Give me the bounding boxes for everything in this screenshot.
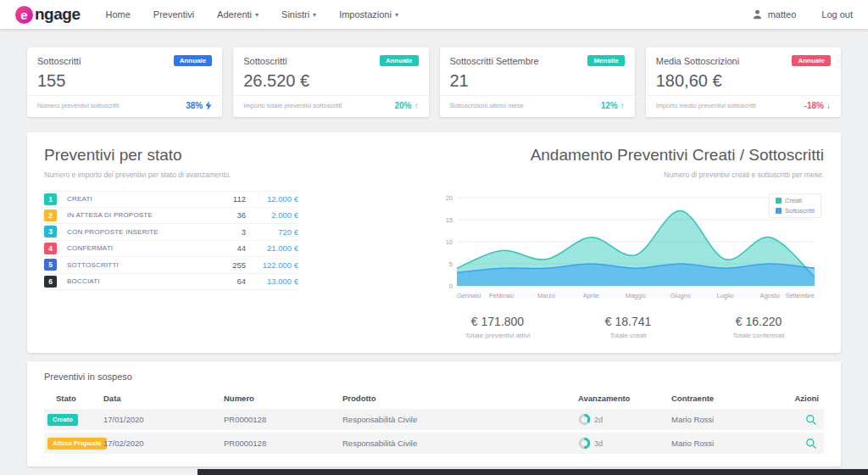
status-count: 255 (214, 260, 246, 270)
chevron-down-icon: ▾ (255, 11, 259, 19)
trend-panel-title: Andamento Preventivi Creati / Sottoscrit… (432, 146, 824, 165)
period-badge: Annuale (792, 55, 831, 66)
column-header-contraente: Contraente (671, 394, 792, 403)
table-row[interactable]: Creato 17/01/2020 PR0000128 Responsabili… (44, 409, 824, 430)
progress-label: 2d (594, 416, 603, 424)
nav-right: matteo Log out (752, 8, 853, 20)
status-panel-subtitle: Numero e importo dei preventivi per stat… (44, 170, 410, 179)
status-amount: 21.000 € (246, 243, 298, 253)
total-creati: € 18.741 Totale creati (563, 315, 693, 339)
status-badge: Creato (47, 414, 78, 426)
status-label: CON PROPOSTE INSERITE (67, 228, 214, 236)
cell-contraente: Mario Rossi (671, 439, 792, 448)
svg-text:Luglio: Luglio (716, 292, 733, 299)
search-icon (805, 438, 817, 450)
total-label: Totale creati (563, 332, 693, 339)
user-icon (752, 8, 763, 20)
column-header-avanzamento: Avanzamento (578, 394, 671, 403)
nav-item-impostazioni[interactable]: Impostazioni▾ (339, 9, 398, 20)
nav-item-sinistri[interactable]: Sinistri▾ (281, 9, 316, 20)
search-icon (805, 414, 817, 426)
nav-label: Sinistri (281, 9, 309, 20)
table-row[interactable]: Attesa Proposte 17/02/2020 PR0000128 Res… (44, 433, 824, 454)
trend-totals: € 171.800 Totale preventivi attivi € 18.… (432, 315, 824, 339)
status-label: BOCCIATI (67, 277, 214, 285)
total-preventivi-attivi: € 171.800 Totale preventivi attivi (432, 315, 563, 339)
stat-card-value: 26.520 € (243, 71, 418, 91)
main-nav: Home Preventivi Aderenti▾ Sinistri▾ Impo… (105, 9, 751, 20)
status-amount: 13.000 € (246, 277, 298, 286)
column-header-prodotto: Prodotto (342, 394, 578, 403)
delta-value: -18% (804, 101, 824, 110)
stat-card-value: 21 (450, 71, 625, 91)
status-badge: 1 (44, 193, 57, 205)
status-row-creati: 1 CREATI 112 12.000 € (44, 191, 298, 208)
cell-progress: 2d (578, 413, 671, 426)
nav-label: Preventivi (153, 9, 194, 20)
cell-actions (805, 438, 824, 450)
total-confermati: € 16.220 Totale confermati (693, 315, 824, 339)
svg-text:Aprile: Aprile (583, 292, 599, 299)
stat-card-title: Sottoscritti (37, 56, 81, 66)
legend-label: Sottoscritti (785, 207, 815, 215)
pending-panel: Preventivi in sospeso Stato Data Numero … (27, 361, 841, 467)
stat-card-subtitle: Importo medio preventivi sottoscritti (656, 102, 756, 109)
svg-text:Settembre: Settembre (785, 292, 815, 299)
nav-item-home[interactable]: Home (105, 9, 130, 20)
logout-link[interactable]: Log out (821, 9, 853, 20)
svg-text:0: 0 (449, 282, 453, 290)
total-label: Totale preventivi attivi (432, 332, 563, 339)
column-header-numero: Numero (224, 394, 342, 403)
stat-card-sottoscritti-settembre: Sottoscritti Settembre Mensile 21 Sottos… (440, 48, 635, 117)
logo-text: ngage (35, 5, 80, 24)
trend-panel: Andamento Preventivi Creati / Sottoscrit… (432, 146, 824, 339)
cell-number: PR0000128 (224, 415, 342, 424)
arrow-up-icon: ↑ (415, 101, 419, 110)
status-row-attesa-proposte: 2 IN ATTESA DI PROPOSTE 36 2.000 € (44, 208, 298, 225)
column-header-data: Data (103, 394, 224, 403)
column-header-azioni: Azioni (795, 394, 825, 403)
status-amount: 2.000 € (246, 210, 298, 220)
stat-card-title: Media Sottoscrizioni (656, 56, 739, 66)
top-nav: e ngage Home Preventivi Aderenti▾ Sinist… (0, 0, 868, 29)
status-row-proposte-inserite: 3 CON PROPOSTE INSERITE 3 720 € (44, 224, 298, 241)
svg-text:Agosto: Agosto (760, 292, 780, 299)
status-panel-title: Preventivi per stato (44, 146, 410, 165)
chevron-down-icon: ▾ (395, 11, 398, 19)
status-row-sottoscritti: 5 SOTTOSCRITTI 255 122.000 € (44, 257, 298, 274)
nav-label: Home (105, 9, 130, 20)
progress-label: 3d (594, 439, 603, 448)
svg-text:Giugno: Giugno (670, 292, 691, 299)
svg-text:Gennaio: Gennaio (457, 292, 481, 299)
status-row-bocciati: 6 BOCCIATI 64 13.000 € (44, 274, 298, 291)
nav-item-aderenti[interactable]: Aderenti▾ (217, 9, 259, 20)
pending-panel-title: Preventivi in sospeso (44, 372, 824, 382)
pending-table-header: Stato Data Numero Prodotto Avanzamento C… (44, 391, 824, 409)
cell-date: 17/01/2020 (103, 415, 224, 424)
svg-text:Maggio: Maggio (626, 292, 647, 299)
nav-item-preventivi[interactable]: Preventivi (153, 9, 194, 20)
status-label: CONFERMATI (67, 244, 214, 252)
status-badge: 6 (44, 276, 57, 288)
stat-card-value: 155 (37, 71, 212, 91)
arrow-down-icon: ↓ (826, 101, 831, 110)
status-badge: 3 (44, 226, 57, 238)
arrow-up-icon: ↑ (620, 101, 625, 110)
stat-card-sottoscritti-numero: Sottoscritti Annuale 155 Numero preventi… (27, 48, 222, 117)
trend-panel-subtitle: Numero di preventivi creati e sottoscrit… (432, 170, 824, 179)
status-badge: 2 (44, 210, 57, 221)
svg-text:10: 10 (446, 238, 453, 246)
svg-text:Febbraio: Febbraio (489, 292, 515, 299)
svg-text:15: 15 (446, 216, 453, 224)
app-logo[interactable]: e ngage (15, 5, 80, 24)
bolt-icon (205, 101, 212, 110)
stat-card-value: 180,60 € (656, 71, 831, 91)
chevron-down-icon: ▾ (313, 11, 316, 19)
svg-text:5: 5 (449, 260, 453, 268)
view-button[interactable] (805, 438, 817, 450)
footer-bar (198, 469, 868, 475)
trend-chart: 05101520GennaioFebbraioMarzoAprileMaggio… (432, 191, 824, 305)
status-badge: 5 (44, 259, 57, 271)
user-menu[interactable]: matteo (752, 8, 797, 20)
view-button[interactable] (805, 414, 817, 426)
